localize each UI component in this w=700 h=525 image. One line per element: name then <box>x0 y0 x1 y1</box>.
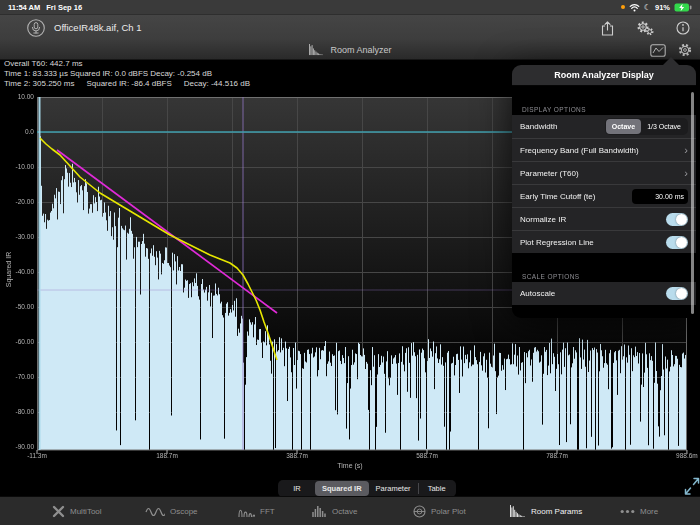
x-tick-label: 988.6m <box>676 452 698 459</box>
multitool-icon <box>52 505 65 518</box>
decay-waveform-icon <box>308 44 324 56</box>
toolbar-item-fft[interactable]: FFT <box>238 497 275 525</box>
parameter-row[interactable]: Parameter (T60) › <box>512 161 696 184</box>
microphone-icon[interactable] <box>26 18 46 38</box>
toolbar-item-label: FFT <box>260 507 275 516</box>
toolbar-item-octave[interactable]: Octave <box>311 497 357 525</box>
x-tick-label: 388.7m <box>286 452 308 459</box>
normalize-ir-toggle[interactable] <box>666 213 688 226</box>
toolbar-item-label: Room Params <box>531 507 582 516</box>
early-time-cutoff-row: Early Time Cutoff (te) 30.00 ms <box>512 184 696 207</box>
measurement-readout: Overall T60: 442.7 ms Time 1: 83.333 µsS… <box>4 59 250 89</box>
room-params-icon <box>509 505 526 518</box>
y-tick-label: -90.00 <box>2 443 34 450</box>
toolbar-item-oscope[interactable]: Oscope <box>145 497 198 525</box>
normalize-ir-row: Normalize IR <box>512 207 696 230</box>
app-screen: 11:54 AM Fri Sep 16 ☾ 91% OfficeIR48k.ai… <box>0 0 700 525</box>
analyzer-settings-gear-icon[interactable] <box>678 43 692 57</box>
analyzer-title: Room Analyzer <box>330 45 391 55</box>
y-tick-label: -70.00 <box>2 373 34 380</box>
chevron-right-icon: › <box>684 168 688 179</box>
popover-scroll-indicator[interactable] <box>691 92 694 314</box>
title-bar: OfficeIR48k.aif, Ch 1 <box>0 14 700 40</box>
polar-plot-icon <box>413 505 426 518</box>
tab-ir[interactable]: IR <box>279 481 315 496</box>
scale-options-header: SCALE OPTIONS <box>512 266 696 282</box>
plot-regression-label: Plot Regression Line <box>520 238 666 247</box>
info-icon[interactable] <box>676 21 690 35</box>
bandwidth-label: Bandwidth <box>520 122 605 131</box>
autoscale-row: Autoscale <box>512 282 696 305</box>
early-time-cutoff-field[interactable]: 30.00 ms <box>632 189 688 204</box>
toolbar-item-label: MultiTool <box>70 507 102 516</box>
wifi-icon <box>629 3 640 12</box>
x-tick-label: 188.7m <box>156 452 178 459</box>
plot-display-toggle-icon[interactable] <box>650 44 666 57</box>
toolbar-item-label: Octave <box>332 507 357 516</box>
bandwidth-row: Bandwidth Octave 1/3 Octave <box>512 115 696 138</box>
document-title: OfficeIR48k.aif, Ch 1 <box>54 22 141 33</box>
octave-icon <box>311 505 327 518</box>
share-icon[interactable] <box>601 21 614 36</box>
time1-readout: Time 1: 83.333 µsSquared IR: 0.0 dBFSDec… <box>4 69 250 79</box>
y-tick-label: 10.00 <box>2 93 34 100</box>
y-axis-title: Squared IR <box>5 240 12 300</box>
plot-regression-toggle[interactable] <box>666 236 688 249</box>
early-time-cutoff-label: Early Time Cutoff (te) <box>520 192 632 201</box>
autoscale-toggle[interactable] <box>666 287 688 300</box>
toolbar-item-label: Polar Plot <box>431 507 466 516</box>
fft-icon <box>238 506 255 518</box>
room-analyzer-display-popover: Room Analyzer Display DISPLAY OPTIONS Ba… <box>512 57 696 318</box>
toolbar-item-multitool[interactable]: MultiTool <box>52 497 102 525</box>
y-tick-label: 0.0 <box>2 128 34 135</box>
autoscale-label: Autoscale <box>520 289 666 298</box>
battery-percent: 91% <box>655 3 670 12</box>
x-tick-label: -11.3m <box>27 452 47 459</box>
battery-icon <box>674 3 692 12</box>
bandwidth-segmented-control: Octave 1/3 Octave <box>605 118 688 135</box>
toolbar-item-polar-plot[interactable]: Polar Plot <box>413 497 466 525</box>
y-tick-label: -20.00 <box>2 198 34 205</box>
status-bar: 11:54 AM Fri Sep 16 ☾ 91% <box>0 0 700 14</box>
time2-readout: Time 2: 305.250 msSquared IR: -86.4 dBFS… <box>4 79 250 89</box>
toolbar-item-label: More <box>640 507 658 516</box>
settings-gears-icon[interactable] <box>636 21 654 36</box>
parameter-label: Parameter (T60) <box>520 169 680 178</box>
x-tick-label: 588.7m <box>416 452 438 459</box>
y-tick-label: -80.00 <box>2 408 34 415</box>
display-options-header: DISPLAY OPTIONS <box>512 99 696 115</box>
tab-parameter[interactable]: Parameter <box>369 481 418 496</box>
expand-plot-icon[interactable] <box>683 472 700 496</box>
bandwidth-third-octave-option[interactable]: 1/3 Octave <box>641 119 687 134</box>
frequency-band-row[interactable]: Frequency Band (Full Bandwidth) › <box>512 138 696 161</box>
toolbar-item-more[interactable]: More <box>620 497 658 525</box>
dnd-moon-icon: ☾ <box>644 3 651 12</box>
more-icon <box>620 509 635 514</box>
y-tick-label: -60.00 <box>2 338 34 345</box>
oscope-icon <box>145 506 165 518</box>
hotspot-indicator-icon <box>621 5 625 9</box>
tab-squared-ir[interactable]: Squared IR <box>315 481 369 496</box>
popover-title: Room Analyzer Display <box>512 65 696 86</box>
plot-regression-row: Plot Regression Line <box>512 230 696 253</box>
y-tick-label: -30.00 <box>2 233 34 240</box>
chevron-right-icon: › <box>684 145 688 156</box>
overall-t60-readout: Overall T60: 442.7 ms <box>4 59 250 69</box>
y-tick-label: -50.00 <box>2 303 34 310</box>
tab-table[interactable]: Table <box>419 481 455 496</box>
bottom-toolbar: MultiToolOscopeFFTOctavePolar PlotRoom P… <box>0 496 700 525</box>
status-time: 11:54 AM <box>8 3 40 12</box>
y-tick-label: -10.00 <box>2 163 34 170</box>
toolbar-item-label: Oscope <box>170 507 198 516</box>
x-tick-label: 788.7m <box>546 452 568 459</box>
frequency-band-label: Frequency Band (Full Bandwidth) <box>520 146 680 155</box>
x-axis-title: Time (s) <box>0 462 700 469</box>
view-mode-tabs: IRSquared IRParameterTable <box>278 480 456 497</box>
bandwidth-octave-option[interactable]: Octave <box>606 119 641 134</box>
status-date: Fri Sep 16 <box>46 3 82 12</box>
normalize-ir-label: Normalize IR <box>520 215 666 224</box>
toolbar-item-room-params[interactable]: Room Params <box>509 497 582 525</box>
